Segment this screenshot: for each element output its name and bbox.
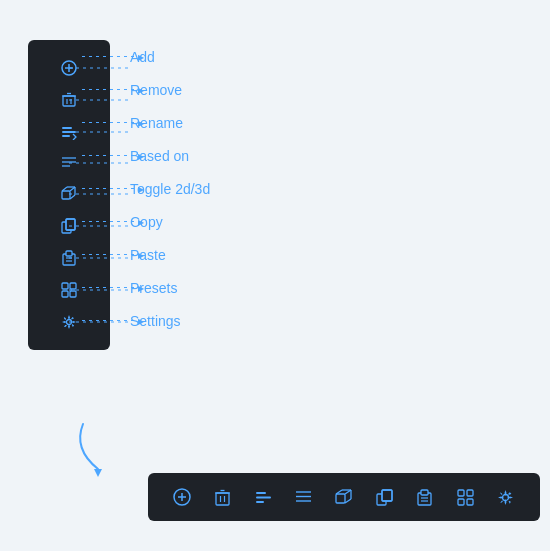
label-add: Add	[130, 49, 155, 65]
svg-rect-30	[70, 291, 76, 297]
bottom-toolbar	[148, 473, 540, 521]
label-toggle: Toggle 2d/3d	[130, 181, 210, 197]
svg-rect-63	[467, 499, 473, 505]
toolbar-add-button[interactable]	[168, 483, 196, 511]
svg-rect-60	[458, 490, 464, 496]
svg-rect-21	[66, 219, 75, 230]
svg-rect-47	[336, 494, 345, 503]
svg-marker-32	[94, 469, 102, 477]
label-presets: Presets	[130, 280, 177, 296]
svg-rect-54	[382, 490, 392, 501]
svg-line-52	[345, 499, 351, 503]
svg-rect-29	[62, 291, 68, 297]
svg-rect-10	[62, 135, 70, 137]
label-row-copy: Copy	[130, 205, 210, 238]
label-row-remove: Remove	[130, 73, 210, 106]
svg-rect-42	[256, 496, 271, 498]
curved-arrow	[68, 419, 128, 483]
svg-rect-27	[62, 283, 68, 289]
label-settings: Settings	[130, 313, 181, 329]
label-copy: Copy	[130, 214, 163, 230]
toolbar-copy-button[interactable]	[370, 483, 398, 511]
label-row-toggle: Toggle 2d/3d	[130, 172, 210, 205]
toolbar-paste-button[interactable]	[411, 483, 439, 511]
svg-point-31	[67, 320, 72, 325]
label-row-rename: Rename	[130, 106, 210, 139]
toolbar-presets-button[interactable]	[451, 483, 479, 511]
svg-rect-24	[66, 251, 72, 256]
svg-rect-8	[62, 127, 72, 129]
label-row-paste: Paste	[130, 238, 210, 271]
svg-rect-43	[256, 501, 264, 503]
label-paste: Paste	[130, 247, 166, 263]
toolbar-settings-button[interactable]	[492, 483, 520, 511]
label-row-presets: Presets	[130, 271, 210, 304]
label-rename: Rename	[130, 115, 183, 131]
toolbar-based-on-button[interactable]	[290, 483, 318, 511]
toolbar-rename-button[interactable]	[249, 483, 277, 511]
label-row-settings: Settings	[130, 304, 210, 337]
svg-rect-36	[216, 493, 229, 505]
toolbar-remove-button[interactable]	[209, 483, 237, 511]
svg-rect-14	[62, 191, 70, 199]
svg-rect-62	[458, 499, 464, 505]
label-row-add: Add	[130, 40, 210, 73]
svg-rect-61	[467, 490, 473, 496]
svg-line-19	[70, 195, 75, 199]
svg-rect-3	[63, 96, 75, 106]
svg-rect-57	[421, 490, 428, 495]
label-remove: Remove	[130, 82, 182, 98]
svg-rect-9	[62, 131, 76, 133]
svg-rect-41	[256, 492, 266, 494]
svg-rect-28	[70, 283, 76, 289]
label-row-based-on: Based on	[130, 139, 210, 172]
labels-container: Add Remove Rename Based on Toggle 2d/3d …	[130, 40, 210, 337]
toolbar-toggle-button[interactable]	[330, 483, 358, 511]
label-based-on: Based on	[130, 148, 189, 164]
